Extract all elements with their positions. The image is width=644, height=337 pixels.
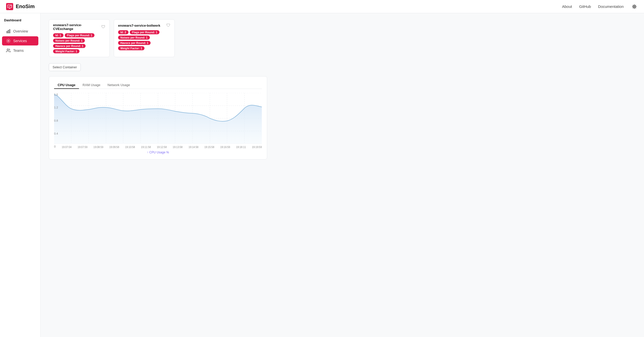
settings-button[interactable] bbox=[631, 3, 638, 10]
svg-rect-4 bbox=[8, 30, 9, 33]
service-name-2: enowars7-service-bollwerk bbox=[118, 24, 160, 27]
chart-with-yaxis: 1.6 1.2 0.8 0.4 0 bbox=[54, 93, 262, 145]
service-name-1: enowars7-service-CVExchange bbox=[53, 23, 101, 31]
x-label-9: 19:15:58 bbox=[204, 146, 214, 149]
chart-svg bbox=[54, 93, 262, 144]
main-content: enowars7-service-CVExchange 🛡 Id: 1 Flag… bbox=[41, 13, 644, 337]
chart-panel: CPU Usage RAM Usage Network Usage 1.6 1.… bbox=[49, 76, 267, 159]
select-container-button[interactable]: Select Container bbox=[49, 63, 81, 71]
badge-havocs-1: Havocs per Round: 1 bbox=[53, 44, 86, 48]
x-label-7: 19:13:58 bbox=[173, 146, 183, 149]
chart-container: 1.6 1.2 0.8 0.4 0 bbox=[54, 93, 262, 154]
badge-noises-2: Noises per Round: 1 bbox=[118, 36, 150, 40]
svg-point-7 bbox=[7, 49, 9, 50]
chart-tabs: CPU Usage RAM Usage Network Usage bbox=[54, 82, 262, 89]
badge-weight-2: Weight Factor: 1 bbox=[118, 46, 144, 50]
nav-links: About GitHub Documentation bbox=[562, 3, 638, 10]
services-icon bbox=[6, 39, 11, 43]
x-label-8: 19:14:58 bbox=[188, 146, 198, 149]
gear-icon bbox=[632, 4, 637, 9]
badge-id-2: Id: 2 bbox=[118, 30, 128, 34]
y-label-5: 0 bbox=[54, 145, 60, 148]
x-label-12: 19:19:59 bbox=[252, 146, 262, 149]
shield-icon-1: 🛡 bbox=[101, 25, 105, 29]
nav-documentation[interactable]: Documentation bbox=[598, 4, 624, 9]
x-label-0: 19:07:04 bbox=[62, 146, 72, 149]
sidebar-item-overview[interactable]: Overview bbox=[2, 27, 38, 36]
app-name: EnoSim bbox=[16, 4, 35, 9]
service-cards: enowars7-service-CVExchange 🛡 Id: 1 Flag… bbox=[49, 19, 636, 57]
nav-github[interactable]: GitHub bbox=[579, 4, 591, 9]
x-label-2: 19:08:59 bbox=[93, 146, 103, 149]
service-card-header-2: enowars7-service-bollwerk 🛡 bbox=[118, 23, 170, 28]
layout: Dashboard Overview Services Teams bbox=[0, 13, 644, 337]
service-card-bollwerk: enowars7-service-bollwerk 🛡 Id: 2 Flags … bbox=[114, 19, 175, 57]
badge-flags-1: Flags per Round: 1 bbox=[65, 33, 95, 37]
teams-icon bbox=[6, 48, 11, 53]
chart-svg-wrapper bbox=[54, 93, 262, 145]
service-card-header-1: enowars7-service-CVExchange 🛡 bbox=[53, 23, 105, 31]
x-axis-labels: 19:07:04 19:07:59 19:08:59 19:09:58 19:1… bbox=[62, 146, 262, 149]
x-label-6: 19:12:58 bbox=[157, 146, 167, 149]
x-label-1: 19:07:59 bbox=[77, 146, 87, 149]
chart-legend: CPU Usage % bbox=[54, 151, 262, 154]
sidebar-item-teams[interactable]: Teams bbox=[2, 46, 38, 55]
tab-cpu-usage[interactable]: CPU Usage bbox=[54, 82, 79, 89]
app-logo: EnoSim bbox=[6, 3, 35, 10]
svg-rect-5 bbox=[9, 29, 10, 33]
svg-rect-3 bbox=[7, 31, 7, 33]
sidebar-item-services[interactable]: Services bbox=[2, 36, 38, 45]
sidebar-item-teams-label: Teams bbox=[13, 49, 24, 53]
x-label-3: 19:09:58 bbox=[109, 146, 119, 149]
tab-ram-usage[interactable]: RAM Usage bbox=[79, 82, 104, 89]
svg-point-6 bbox=[8, 40, 9, 42]
shield-icon-2: 🛡 bbox=[166, 23, 170, 28]
badge-havocs-2: Havocs per Round: 1 bbox=[118, 41, 151, 45]
sidebar-item-overview-label: Overview bbox=[13, 29, 28, 33]
badge-id-1: Id: 1 bbox=[53, 33, 63, 37]
service-card-cvexchange: enowars7-service-CVExchange 🛡 Id: 1 Flag… bbox=[49, 19, 110, 57]
badges-1: Id: 1 Flags per Round: 1 Noises per Roun… bbox=[53, 33, 105, 53]
nav-about[interactable]: About bbox=[562, 4, 572, 9]
bar-chart-icon bbox=[6, 29, 11, 34]
badge-flags-2: Flags per Round: 1 bbox=[130, 30, 160, 34]
x-label-10: 19:16:59 bbox=[220, 146, 230, 149]
sidebar-title: Dashboard bbox=[0, 18, 40, 26]
sidebar: Dashboard Overview Services Teams bbox=[0, 13, 41, 337]
x-label-5: 19:11:58 bbox=[141, 146, 151, 149]
topnav: EnoSim About GitHub Documentation bbox=[0, 0, 644, 13]
x-label-4: 19:10:58 bbox=[125, 146, 135, 149]
badges-2: Id: 2 Flags per Round: 1 Noises per Roun… bbox=[118, 30, 170, 50]
tab-network-usage[interactable]: Network Usage bbox=[104, 82, 134, 89]
sidebar-item-services-label: Services bbox=[13, 39, 27, 43]
monitor-icon bbox=[7, 4, 12, 9]
logo-icon bbox=[6, 3, 13, 10]
x-label-11: 19:18:11 bbox=[236, 146, 246, 149]
badge-noises-1: Noises per Round: 1 bbox=[53, 39, 85, 43]
badge-weight-1: Weight Factor: 1 bbox=[53, 49, 79, 53]
